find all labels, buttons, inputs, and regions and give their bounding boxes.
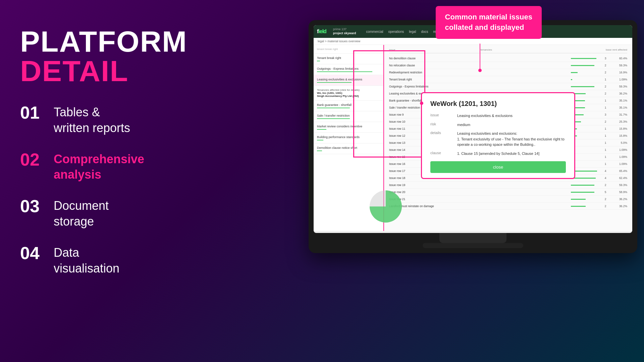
table-row[interactable]: Issue row 20558.9% xyxy=(389,189,627,196)
tenancies-count: 1 xyxy=(600,148,610,152)
issue-bar xyxy=(571,65,594,66)
tenancies-count: 1 xyxy=(600,78,610,81)
feature-item: 02Comprehensiveanalysis xyxy=(20,149,215,183)
tenancies-count: 3 xyxy=(600,113,610,116)
issue-name: Issue row 21 xyxy=(389,197,568,201)
list-item[interactable]: Sale / transfer restriction xyxy=(314,111,383,122)
feature-number: 01 xyxy=(20,103,44,123)
feature-text: Documentstorage xyxy=(54,196,109,230)
tenancies-count: 2 xyxy=(600,197,610,201)
tenancies-count: 1 xyxy=(600,162,610,166)
feature-item: 04Datavisualisation xyxy=(20,243,215,277)
base-rent-value: 58.9% xyxy=(610,190,627,194)
callout-dot xyxy=(478,69,482,72)
monitor-screen: field prime 137 project skyward commerci… xyxy=(314,25,632,233)
issue-bar-container xyxy=(571,199,598,200)
tenancies-count: 1 xyxy=(600,127,610,130)
base-rent-value: 1.09% xyxy=(610,155,627,159)
base-rent-value: 1.09% xyxy=(610,78,627,81)
popup-close-button[interactable]: close xyxy=(430,161,566,173)
detail-title: DETAIL xyxy=(20,56,215,86)
feature-list: 01Tables &written reports02Comprehensive… xyxy=(20,103,215,276)
callout-bubble: Common material issuescollated and displ… xyxy=(436,6,542,39)
tenancies-count: 1 xyxy=(600,99,610,102)
base-rent-value: 62.4% xyxy=(610,176,627,180)
issue-bar-container xyxy=(571,65,598,66)
base-rent-value: 60.4% xyxy=(610,57,627,60)
tenancies-count: 2 xyxy=(600,71,610,74)
issues-table-header: issue tenancies base rent affected xyxy=(389,48,627,53)
tenancies-count: 4 xyxy=(600,169,610,173)
base-rent-value: 31.7% xyxy=(610,113,627,116)
tenancies-count: 5 xyxy=(600,190,610,194)
table-row[interactable]: No demolition clause360.4% xyxy=(389,55,627,62)
table-row[interactable]: Issue row 21236.2% xyxy=(389,196,627,203)
table-row[interactable]: Redevelopment restriction216.9% xyxy=(389,69,627,76)
issue-bar xyxy=(571,192,594,193)
nav-item[interactable]: commercial xyxy=(366,30,383,34)
issue-bar-container xyxy=(571,79,598,80)
tenancy-info: Tenancies affected (click for details): … xyxy=(314,86,383,101)
monitor-container: field prime 137 project skyward commerci… xyxy=(309,20,637,253)
issue-bar xyxy=(571,79,572,80)
feature-item: 01Tables &written reports xyxy=(20,103,215,136)
base-rent-value: 1.09% xyxy=(610,162,627,166)
app-breadcrumb: legal > material issues overview xyxy=(314,38,632,45)
list-item[interactable]: Bank guarantee - shortfall xyxy=(314,101,383,111)
tenant-name: We, Inc (1201, 1301) xyxy=(317,92,342,95)
feature-number: 02 xyxy=(20,149,44,170)
issue-bar xyxy=(571,72,578,73)
issue-bar-container xyxy=(571,72,598,73)
list-item[interactable]: Building performance standards xyxy=(314,133,383,143)
popup-title: WeWork (1201, 1301) xyxy=(430,100,566,108)
nav-item[interactable]: docs xyxy=(421,30,428,34)
list-item[interactable]: Leasing exclusivities & exclusions xyxy=(314,75,383,86)
issue-bar xyxy=(571,58,596,59)
table-row[interactable]: Tenant break right11.09% xyxy=(389,76,627,83)
issue-bar-container xyxy=(571,206,598,207)
table-row[interactable]: No relocation clause259.3% xyxy=(389,62,627,69)
callout-line xyxy=(480,44,480,70)
table-row[interactable]: Landlord must reinstate on damage236.2% xyxy=(389,203,627,210)
base-rent-value: 15.8% xyxy=(610,134,627,137)
issue-bar-container xyxy=(571,185,598,186)
base-rent-value: 59.3% xyxy=(610,85,627,88)
feature-text: Datavisualisation xyxy=(54,243,119,277)
base-rent-value: 36.2% xyxy=(610,197,627,201)
issue-bar-container xyxy=(571,178,598,179)
issue-bar xyxy=(571,199,586,200)
base-rent-value: 35.1% xyxy=(610,106,627,109)
issue-name: Landlord must reinstate on damage xyxy=(389,204,568,208)
nav-item[interactable]: operations xyxy=(388,30,404,34)
list-item[interactable]: Demolition clause notice short xyxy=(314,143,383,154)
base-rent-value: 25.3% xyxy=(610,120,627,123)
monitor-outer: field prime 137 project skyward commerci… xyxy=(309,20,637,253)
popup-field-clause: clause 1. Clause 15 [amended by Schedule… xyxy=(430,151,566,157)
base-rent-value: 59.3% xyxy=(610,183,627,187)
issue-name: Issue row 20 xyxy=(389,190,568,194)
table-row[interactable]: Outgoings - Express limitations259.3% xyxy=(389,83,627,90)
tenancies-count: 2 xyxy=(600,120,610,123)
feature-item: 03Documentstorage xyxy=(20,196,215,230)
feature-number: 03 xyxy=(20,196,44,216)
issue-name: Tenant break right xyxy=(389,78,568,81)
tenancies-count: 3 xyxy=(600,57,610,60)
nav-item[interactable]: legal xyxy=(409,30,416,34)
issue-bar-container xyxy=(571,58,598,59)
feature-number: 04 xyxy=(20,243,44,263)
callout-text: Common material issuescollated and displ… xyxy=(445,13,532,32)
platform-title: PLATFORM xyxy=(20,27,215,56)
tenant-name-2: Singh Accountancy Pty Ltd (202) xyxy=(317,95,359,98)
base-rent-value: 15.8% xyxy=(610,127,627,130)
issue-bar-container xyxy=(571,192,598,193)
list-item[interactable]: tenant break right xyxy=(314,45,383,54)
tenancies-count: 1 xyxy=(600,141,610,144)
list-item[interactable]: Outgoings - Express limitations xyxy=(314,64,383,75)
feature-text: Comprehensiveanalysis xyxy=(54,149,144,183)
base-rent-value: 59.3% xyxy=(610,64,627,67)
table-row[interactable]: Issue row 19259.3% xyxy=(389,182,627,189)
list-item[interactable]: Tenant break right xyxy=(314,54,383,64)
monitor-base xyxy=(423,243,523,248)
base-rent-value: 1.09% xyxy=(610,148,627,152)
list-item[interactable]: Market review considers incentive xyxy=(314,122,383,133)
